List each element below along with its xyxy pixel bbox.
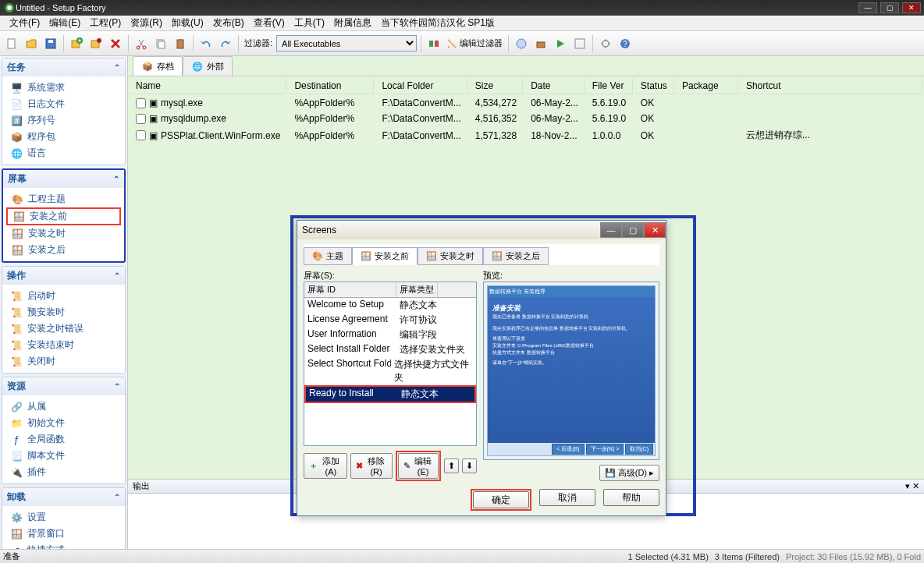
undo-button[interactable] [197,35,215,52]
editfilter-button[interactable]: 编辑过滤器 [445,37,504,49]
sidebar-item-serial[interactable]: #️⃣序列号 [2,112,125,129]
menu-resources[interactable]: 资源(R) [126,15,167,31]
dialog-maximize[interactable]: ▢ [622,222,644,238]
cut-button[interactable] [133,35,150,52]
redo-button[interactable] [217,35,234,52]
sidebar-item-startup[interactable]: 📜启动时 [2,288,125,304]
ok-button[interactable]: 确定 [473,491,529,508]
sidebar-item-preinstall[interactable]: 📜预安装时 [2,304,125,320]
col-local[interactable]: Local Folder [375,78,467,94]
menu-view[interactable]: 查看(V) [249,15,290,31]
edit-screen-button[interactable]: ✎编辑(E) [398,453,439,479]
movedown-button[interactable]: ⬇ [462,459,477,473]
screens-list[interactable]: 屏幕 ID 屏幕类型 Welcome to Setup静态文本License A… [304,282,477,446]
add-file-button[interactable] [68,35,85,52]
copy-button[interactable] [152,35,169,52]
test-button[interactable] [571,35,588,52]
sidebar-item-installend[interactable]: 📜安装结束时 [2,337,125,353]
screen-list-item[interactable]: License Agreement许可协议 [304,313,476,328]
sidebar-item-globals[interactable]: ƒ全局函数 [2,431,125,448]
filter-settings-button[interactable] [425,35,442,52]
moveup-button[interactable]: ⬆ [444,459,459,473]
col-date[interactable]: Date [524,78,585,94]
col-shortcut[interactable]: Shortcut [740,78,922,94]
cancel-button[interactable]: 取消 [539,489,595,506]
panel-actions-header[interactable]: 操作⌃ [2,267,125,285]
panel-uninstall-header[interactable]: 卸载⌃ [2,488,125,506]
maximize-button[interactable]: ▢ [880,2,899,13]
advanced-button[interactable]: 💾高级(D) ▸ [599,465,659,481]
sidebar-item-u-background[interactable]: 🪟背景窗口 [2,526,125,542]
dtab-theme[interactable]: 🎨主题 [304,247,352,265]
col-status[interactable]: Status [634,78,674,94]
filter-select[interactable]: All Executables [276,35,417,51]
dtab-before[interactable]: 🪟安装之前 [352,247,418,265]
sidebar-item-during-install[interactable]: 🪟安装之时 [3,225,124,242]
table-row[interactable]: ▣ mysqldump.exe%AppFolder%F:\DataConvert… [130,112,922,126]
table-row[interactable]: ▣ PSSPlat.Client.WinForm.exe%AppFolder%F… [130,127,922,143]
help-button[interactable]: ? [617,35,634,52]
col-screen-type[interactable]: 屏幕类型 [396,282,438,297]
menu-file[interactable]: 文件(F) [5,15,44,31]
sidebar-item-theme[interactable]: 🎨工程主题 [3,191,124,207]
screen-list-item[interactable]: Select Shortcut Folder选择快捷方式文件夹 [304,357,476,385]
screen-list-item[interactable]: Select Install Folder选择安装文件夹 [304,342,476,357]
dtab-after[interactable]: 🪟安装之后 [483,247,549,265]
close-button[interactable]: ✕ [902,2,921,13]
sidebar-item-u-settings[interactable]: ⚙️设置 [2,509,125,526]
menu-tools[interactable]: 工具(T) [290,15,329,31]
publish-button[interactable] [513,35,530,52]
tab-external[interactable]: 🌐外部 [183,56,233,76]
sidebar-item-after-install[interactable]: 🪟安装之后 [3,242,124,258]
col-screen-id[interactable]: 屏幕 ID [304,282,396,297]
panel-resources-header[interactable]: 资源⌃ [2,377,125,395]
sidebar-item-primer[interactable]: 📁初始文件 [2,415,125,431]
col-pkg[interactable]: Package [676,78,738,94]
sidebar-item-before-install[interactable]: 🪟安装之前 [6,207,121,225]
row-checkbox[interactable] [136,98,146,108]
menu-uninstall[interactable]: 卸载(U) [167,15,208,31]
row-checkbox[interactable] [136,130,146,140]
output-dropdown-icon[interactable]: ▾ [905,481,910,490]
output-close-icon[interactable]: ✕ [912,481,919,490]
screen-list-item[interactable]: Ready to Install静态文本 [306,387,474,402]
dialog-minimize[interactable]: — [600,222,622,238]
new-button[interactable] [3,35,20,52]
screen-list-item[interactable]: User Information编辑字段 [304,328,476,342]
help-button[interactable]: 帮助 [603,489,659,506]
sidebar-item-dependencies[interactable]: 🔗从属 [2,398,125,415]
add-screen-button[interactable]: ＋添加(A) [304,453,347,479]
minimize-button[interactable]: — [858,2,877,13]
run-button[interactable] [552,35,569,52]
sidebar-item-packages[interactable]: 📦程序包 [2,129,125,145]
sidebar-item-logfiles[interactable]: 📄日志文件 [2,96,125,112]
sidebar-item-sysreq[interactable]: 🖥️系统需求 [2,80,125,96]
panel-screens-header[interactable]: 屏幕⌃ [3,170,124,188]
settings-button[interactable] [597,35,614,52]
col-ver[interactable]: File Ver [586,78,633,94]
sidebar-item-u-shortcut[interactable]: ↗快捷方式 [2,542,125,549]
screen-list-item[interactable]: Welcome to Setup静态文本 [304,298,476,313]
sidebar-item-shutdown[interactable]: 📜关闭时 [2,353,125,370]
tab-archive[interactable]: 📦存档 [133,56,183,76]
menu-publish[interactable]: 发布(B) [208,15,249,31]
col-name[interactable]: Name [130,78,286,94]
delete-button[interactable] [107,35,124,52]
row-checkbox[interactable] [136,114,146,124]
panel-tasks-header[interactable]: 任务⌃ [2,58,125,76]
sidebar-item-plugins[interactable]: 🔌插件 [2,464,125,480]
sidebar-item-scripts[interactable]: 📃脚本文件 [2,448,125,464]
remove-screen-button[interactable]: ✖移除(R) [350,453,393,479]
dialog-close[interactable]: ✕ [644,222,666,238]
paste-button[interactable] [172,35,189,52]
build-button[interactable] [532,35,549,52]
menu-about[interactable]: 附属信息 [329,15,376,31]
sidebar-item-installerror[interactable]: 📜安装之时错误 [2,320,125,337]
col-dest[interactable]: Destination [288,78,374,94]
dtab-during[interactable]: 🪟安装之时 [418,247,483,265]
add-folder-button[interactable] [87,35,105,52]
save-button[interactable] [42,35,59,52]
col-size[interactable]: Size [469,78,523,94]
menu-project[interactable]: 工程(P) [85,15,126,31]
open-button[interactable] [23,35,40,52]
